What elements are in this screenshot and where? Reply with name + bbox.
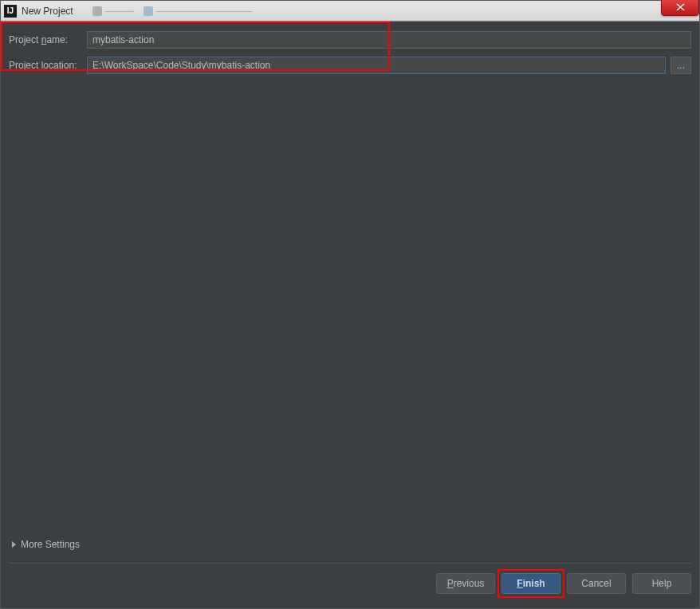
close-button[interactable] <box>661 0 699 16</box>
browse-location-button[interactable]: ... <box>671 57 691 74</box>
expand-triangle-icon <box>12 541 16 548</box>
previous-button[interactable]: Previous <box>436 573 495 594</box>
finish-button[interactable]: Finish <box>501 573 560 594</box>
titlebar-background-blur: ——— —————————— <box>92 6 252 17</box>
content-spacer <box>9 82 691 539</box>
more-settings-toggle[interactable]: More Settings <box>9 539 691 550</box>
project-location-input[interactable] <box>87 57 666 74</box>
more-settings-label: More Settings <box>21 539 80 550</box>
help-button[interactable]: Help <box>632 573 691 594</box>
project-location-row: Project location: ... <box>9 57 691 74</box>
finish-button-wrap: Finish <box>501 573 560 594</box>
project-name-label: Project name: <box>9 34 87 45</box>
titlebar[interactable]: IJ New Project ——— —————————— <box>1 1 699 22</box>
project-location-label: Project location: <box>9 60 87 71</box>
project-name-row: Project name: <box>9 31 691 49</box>
close-icon <box>676 3 685 11</box>
window-title: New Project <box>22 6 73 17</box>
separator <box>9 563 691 564</box>
new-project-dialog: IJ New Project ——— —————————— Project na… <box>0 0 700 609</box>
button-bar: Previous Finish Cancel Help <box>9 573 691 599</box>
project-name-input[interactable] <box>87 31 691 49</box>
intellij-icon: IJ <box>4 5 17 18</box>
cancel-button[interactable]: Cancel <box>567 573 626 594</box>
dialog-content: Project name: Project location: ... More… <box>1 22 699 608</box>
